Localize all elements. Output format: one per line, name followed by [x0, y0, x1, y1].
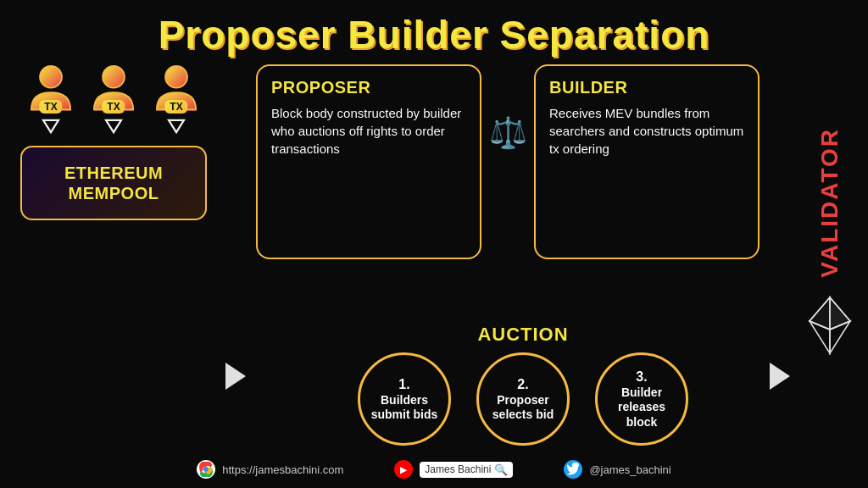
tx-figure-1: TX	[26, 64, 75, 137]
website-url: https://jamesbachini.com	[222, 463, 343, 476]
youtube-icon: ▶	[394, 460, 413, 479]
auction-steps: 1. Builders submit bids 2. Proposer sele…	[358, 352, 688, 446]
down-arrow-1	[42, 119, 60, 137]
svg-marker-5	[169, 120, 184, 132]
footer-twitter: @james_bachini	[564, 460, 670, 479]
svg-point-2	[103, 66, 125, 88]
eth-diamond-icon	[808, 296, 852, 358]
validator-section: VALIDATOR	[800, 64, 860, 422]
proposer-box: PROPOSER Block body constructed by build…	[256, 64, 481, 259]
auction-title: AUCTION	[477, 324, 568, 346]
footer-website: https://jamesbachini.com	[197, 460, 343, 479]
tx-badge-3: TX	[164, 100, 187, 114]
auction-step-2: 2. Proposer selects bid	[476, 352, 570, 446]
auction-step-1: 1. Builders submit bids	[358, 352, 451, 446]
svg-point-0	[40, 66, 62, 88]
svg-point-13	[203, 467, 209, 472]
tx-badge-2: TX	[102, 100, 125, 114]
down-arrow-2	[104, 119, 123, 137]
tx-figure-3: TX	[152, 64, 201, 137]
hammer-icon: ⚖️	[489, 115, 527, 151]
builder-box: BUILDER Receives MEV bundles from search…	[534, 64, 760, 259]
search-icon: 🔍	[494, 463, 508, 476]
svg-marker-1	[43, 120, 58, 132]
channel-name: James Bachini	[425, 463, 491, 475]
left-section: TX	[12, 64, 215, 422]
tx-figure-2: TX	[89, 64, 138, 137]
svg-marker-6	[225, 363, 246, 390]
chrome-icon	[197, 460, 215, 479]
auction-step-3: 3. Builder releases block	[595, 352, 688, 446]
footer-youtube: ▶ James Bachini 🔍	[394, 460, 513, 479]
arrow-mempool-proposer	[224, 361, 248, 391]
main-title: Proposer Builder Separation	[0, 0, 868, 58]
footer: https://jamesbachini.com ▶ James Bachini…	[0, 451, 868, 488]
auction-section: AUCTION 1. Builders submit bids 2. Propo…	[254, 324, 792, 446]
svg-point-4	[165, 66, 187, 88]
twitter-handle: @james_bachini	[589, 463, 670, 476]
svg-marker-3	[106, 120, 121, 132]
validator-label: VALIDATOR	[816, 128, 843, 278]
tx-badge-1: TX	[39, 100, 62, 114]
twitter-icon	[564, 460, 582, 479]
mempool-box: ETHEREUM MEMPOOL	[20, 146, 207, 220]
youtube-search[interactable]: James Bachini 🔍	[420, 462, 513, 478]
down-arrow-3	[167, 119, 186, 137]
